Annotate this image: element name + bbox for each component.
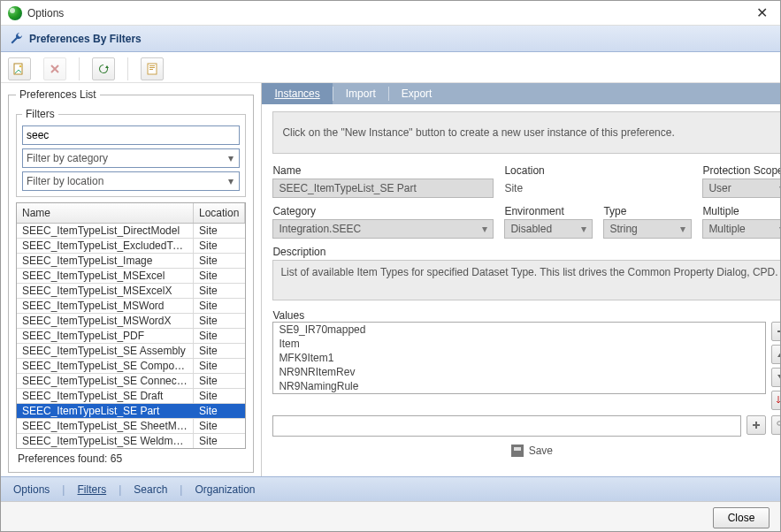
list-item[interactable]: MFK9Item1 [273,351,765,365]
toolbar-new-button[interactable] [8,57,31,80]
toolbar-refresh-button[interactable] [92,57,115,80]
svg-point-9 [777,422,781,425]
table-row[interactable]: SEEC_ItemTypeList_SE DraftSite [17,389,245,404]
cell-name: SEEC_ItemTypeList_SE Connection [17,374,194,388]
cell-location: Site [194,254,245,268]
table-row[interactable]: SEEC_ItemTypeList_SE ConnectionSite [17,374,245,389]
save-button[interactable]: Save [506,444,558,458]
titlebar: Options ✕ [1,1,780,26]
value-move-up-button[interactable] [771,345,781,364]
document-icon [146,63,158,75]
table-row[interactable]: SEEC_ItemTypeList_MSExcelSite [17,269,245,284]
cell-name: SEEC_ItemTypeList_SE SheetMetal [17,419,194,433]
value-sort-button[interactable] [771,391,781,410]
field-location: Site [504,179,692,198]
value-remove-button[interactable] [771,322,781,341]
key-icon [776,420,781,430]
label-environment: Environment [504,205,593,217]
instance-info-box: Click on the "New Instance" button to cr… [272,111,781,154]
bottom-tab-filters[interactable]: Filters [73,482,110,498]
column-header-location[interactable]: Location [194,203,245,223]
values-listbox[interactable]: SE9_IR70mappedItemMFK9Item1NR9NRItemRevN… [272,322,766,394]
svg-rect-5 [149,69,153,70]
chevron-down-icon: ▾ [482,223,487,235]
sort-az-icon [776,395,781,406]
filter-search-input[interactable] [22,125,240,145]
file-new-icon [13,63,26,75]
window-title: Options [27,7,751,19]
cell-location: Site [194,404,245,418]
list-item[interactable]: Item [273,337,765,351]
field-environment[interactable]: Disabled▾ [504,219,593,239]
cell-location: Site [194,239,245,253]
bottom-tab-search[interactable]: Search [130,482,171,498]
bottom-tabs: Options | Filters | Search | Organizatio… [1,476,780,501]
table-row[interactable]: SEEC_ItemTypeList_MSWordSite [17,299,245,314]
table-row[interactable]: SEEC_ItemTypeList_SE SheetMetalSite [17,419,245,434]
list-item[interactable]: SE9_IR70mapped [273,323,765,337]
minus-icon [777,327,781,336]
tab-import[interactable]: Import [333,83,388,104]
bottom-tab-options[interactable]: Options [10,482,53,498]
cell-location: Site [194,299,245,313]
cell-location: Site [194,434,245,448]
svg-rect-4 [149,67,155,68]
cell-name: SEEC_ItemTypeList_ExcludedTypes [17,239,194,253]
filters-label: Filters [22,108,58,120]
chevron-down-icon: ▾ [226,152,235,164]
table-row[interactable]: SEEC_ItemTypeList_SE WeldmentSite [17,434,245,448]
field-type[interactable]: String▾ [603,219,692,239]
column-header-name[interactable]: Name [17,203,194,223]
label-type: Type [603,205,692,217]
wrench-icon [10,32,24,46]
toolbar-separator [79,57,80,80]
toolbar-separator [127,57,128,80]
table-row[interactable]: SEEC_ItemTypeList_ExcludedTypesSite [17,239,245,254]
window-close-button[interactable]: ✕ [751,4,773,21]
cell-location: Site [194,344,245,358]
cell-name: SEEC_ItemTypeList_SE Component [17,359,194,373]
plus-icon [752,421,761,429]
dialog-footer: Close [1,501,780,532]
cell-name: SEEC_ItemTypeList_PDF [17,329,194,343]
value-key-button[interactable] [771,415,781,435]
table-row[interactable]: SEEC_ItemTypeList_ImageSite [17,254,245,269]
table-row[interactable]: SEEC_ItemTypeList_SE PartSite [17,404,245,419]
bottom-tab-organization[interactable]: Organization [191,482,258,498]
value-move-down-button[interactable] [771,368,781,387]
label-scope: Protection Scope [702,164,781,177]
table-row[interactable]: SEEC_ItemTypeList_PDFSite [17,329,245,344]
field-scope[interactable]: User▾ [702,179,781,198]
label-values: Values [272,309,781,322]
tab-export[interactable]: Export [389,83,445,104]
table-row[interactable]: SEEC_ItemTypeList_MSExcelXSite [17,284,245,299]
table-row[interactable]: SEEC_ItemTypeList_SE AssemblySite [17,344,245,359]
label-category: Category [272,205,494,217]
value-add-button[interactable] [747,415,766,435]
table-body[interactable]: SEEC_ItemTypeList_DirectModelSiteSEEC_It… [17,224,245,448]
filter-location-select[interactable]: Filter by location ▾ [22,171,240,191]
toolbar-report-button[interactable] [141,57,164,80]
cell-name: SEEC_ItemTypeList_SE Assembly [17,344,194,358]
table-row[interactable]: SEEC_ItemTypeList_MSWordXSite [17,314,245,329]
close-button[interactable]: Close [713,507,770,528]
cell-name: SEEC_ItemTypeList_MSWord [17,299,194,313]
new-value-input[interactable] [272,415,741,437]
list-item[interactable]: NR9NamingRule [273,379,765,393]
chevron-down-icon: ▾ [226,175,235,187]
list-item[interactable]: NR9NRItemRev [273,365,765,379]
field-category[interactable]: Integration.SEEC▾ [272,219,494,239]
filter-category-select[interactable]: Filter by category ▾ [22,148,240,168]
subheader-title: Preferences By Filters [29,33,142,45]
toolbar [1,52,780,82]
table-row[interactable]: SEEC_ItemTypeList_DirectModelSite [17,224,245,239]
table-row[interactable]: SEEC_ItemTypeList_SE ComponentSite [17,359,245,374]
cell-location: Site [194,224,245,238]
triangle-up-icon [777,350,781,359]
cell-location: Site [194,314,245,328]
label-description: Description [272,246,781,258]
details-pane: Instances Import Export Click on the "Ne… [262,83,781,476]
subheader: Preferences By Filters [1,26,780,52]
tab-instances[interactable]: Instances [262,83,332,104]
field-multiple[interactable]: Multiple▾ [702,219,781,239]
